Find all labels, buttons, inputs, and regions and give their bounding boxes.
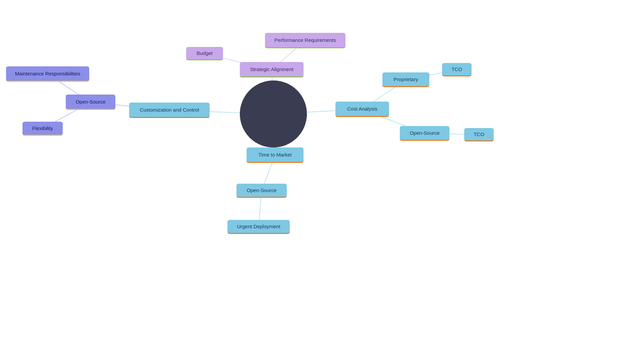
strategic-alignment-node[interactable]: Strategic Alignment	[240, 62, 304, 77]
budget-node[interactable]: Budget	[186, 47, 223, 60]
maintenance-responsibilities-label: Maintenance Responsibilities	[15, 71, 80, 76]
tco-opensource-label: TCO	[474, 131, 484, 137]
maintenance-responsibilities-node[interactable]: Maintenance Responsibilities	[6, 66, 89, 82]
urgent-deployment-label: Urgent Deployment	[237, 224, 280, 229]
time-to-market-node[interactable]: Time to Market	[247, 147, 304, 163]
open-source-cost-node[interactable]: Open-Source	[400, 126, 449, 141]
budget-label: Budget	[197, 50, 213, 56]
tco-opensource-node[interactable]: TCO	[464, 128, 494, 141]
strategic-alignment-label: Strategic Alignment	[250, 66, 293, 72]
proprietary-node[interactable]: Proprietary	[382, 72, 429, 87]
open-source-ttm-label: Open-Source	[247, 187, 276, 193]
performance-requirements-label: Performance Requirements	[274, 37, 336, 43]
performance-requirements-node[interactable]: Performance Requirements	[265, 33, 345, 48]
open-source-ttm-node[interactable]: Open-Source	[236, 184, 287, 198]
flexibility-node[interactable]: Flexibility	[22, 122, 63, 136]
open-source-custom-label: Open-Source	[75, 99, 105, 105]
flexibility-label: Flexibility	[32, 125, 53, 131]
center-node	[240, 80, 307, 147]
tco-proprietary-node[interactable]: TCO	[442, 63, 472, 76]
time-to-market-label: Time to Market	[258, 152, 291, 158]
proprietary-label: Proprietary	[393, 76, 418, 82]
tco-proprietary-label: TCO	[451, 66, 462, 72]
customization-control-node[interactable]: Customization and Control	[129, 103, 210, 118]
cost-analysis-node[interactable]: Cost Analysis	[335, 102, 389, 117]
open-source-cost-label: Open-Source	[410, 130, 439, 136]
open-source-custom-node[interactable]: Open-Source	[66, 95, 115, 110]
cost-analysis-label: Cost Analysis	[347, 106, 377, 112]
urgent-deployment-node[interactable]: Urgent Deployment	[227, 220, 290, 234]
customization-control-label: Customization and Control	[140, 107, 199, 113]
